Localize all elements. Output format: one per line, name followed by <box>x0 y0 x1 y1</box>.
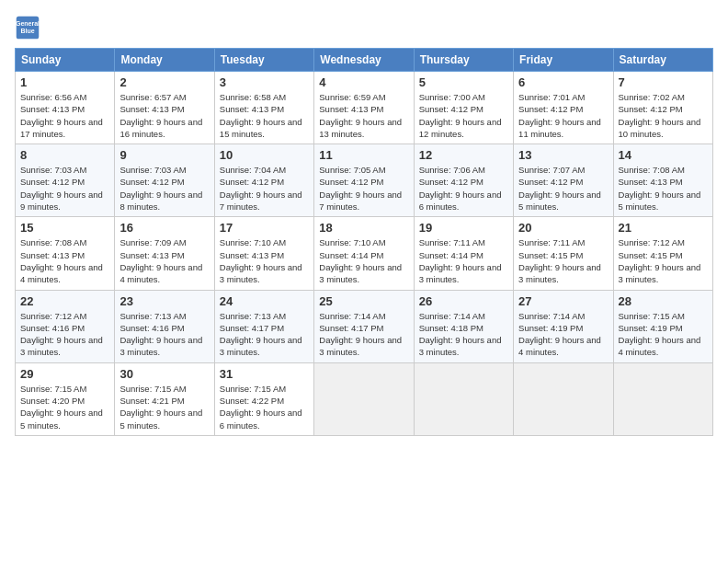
calendar-week-row: 1Sunrise: 6:56 AMSunset: 4:13 PMDaylight… <box>16 72 713 144</box>
day-info: Sunrise: 7:09 AMSunset: 4:13 PMDaylight:… <box>119 236 209 285</box>
calendar-cell: 30Sunrise: 7:15 AMSunset: 4:21 PMDayligh… <box>115 362 214 435</box>
day-info: Sunrise: 7:04 AMSunset: 4:12 PMDaylight:… <box>220 164 309 213</box>
day-number: 18 <box>319 221 408 235</box>
day-info: Sunrise: 7:11 AMSunset: 4:14 PMDaylight:… <box>419 236 508 285</box>
calendar-cell: 8Sunrise: 7:03 AMSunset: 4:12 PMDaylight… <box>16 144 115 217</box>
day-number: 30 <box>119 367 209 381</box>
day-of-week-thursday: Thursday <box>414 49 513 72</box>
day-info: Sunrise: 7:15 AMSunset: 4:21 PMDaylight:… <box>119 383 209 431</box>
day-info: Sunrise: 7:06 AMSunset: 4:12 PMDaylight:… <box>419 164 508 213</box>
calendar-cell <box>414 362 513 435</box>
calendar-cell: 2Sunrise: 6:57 AMSunset: 4:13 PMDaylight… <box>115 72 214 144</box>
day-info: Sunrise: 7:03 AMSunset: 4:12 PMDaylight:… <box>20 164 109 213</box>
calendar-cell: 31Sunrise: 7:15 AMSunset: 4:22 PMDayligh… <box>214 362 313 435</box>
day-number: 12 <box>419 148 508 162</box>
day-info: Sunrise: 7:12 AMSunset: 4:16 PMDaylight:… <box>20 310 109 359</box>
calendar-container: General Blue SundayMondayTuesdayWednesda… <box>0 0 728 443</box>
day-of-week-friday: Friday <box>514 49 613 72</box>
day-number: 16 <box>119 221 209 235</box>
day-info: Sunrise: 7:05 AMSunset: 4:12 PMDaylight:… <box>319 164 408 213</box>
day-number: 10 <box>220 148 309 162</box>
calendar-cell: 22Sunrise: 7:12 AMSunset: 4:16 PMDayligh… <box>16 290 115 362</box>
day-number: 23 <box>119 294 209 308</box>
calendar-week-row: 22Sunrise: 7:12 AMSunset: 4:16 PMDayligh… <box>16 290 713 362</box>
calendar-cell <box>314 362 414 435</box>
general-blue-logo-icon: General Blue <box>15 15 40 40</box>
logo: General Blue <box>15 15 44 40</box>
calendar-cell: 15Sunrise: 7:08 AMSunset: 4:13 PMDayligh… <box>16 217 115 290</box>
day-info: Sunrise: 7:02 AMSunset: 4:12 PMDaylight:… <box>619 91 708 140</box>
calendar-cell <box>514 362 613 435</box>
calendar-cell: 24Sunrise: 7:13 AMSunset: 4:17 PMDayligh… <box>214 290 313 362</box>
calendar-cell: 20Sunrise: 7:11 AMSunset: 4:15 PMDayligh… <box>514 217 613 290</box>
day-number: 21 <box>619 221 708 235</box>
day-number: 25 <box>319 294 408 308</box>
day-number: 13 <box>518 148 608 162</box>
calendar-header-row: SundayMondayTuesdayWednesdayThursdayFrid… <box>16 49 713 72</box>
calendar-cell: 6Sunrise: 7:01 AMSunset: 4:12 PMDaylight… <box>514 72 613 144</box>
calendar-cell: 28Sunrise: 7:15 AMSunset: 4:19 PMDayligh… <box>613 290 712 362</box>
calendar-cell: 18Sunrise: 7:10 AMSunset: 4:14 PMDayligh… <box>314 217 414 290</box>
day-info: Sunrise: 7:14 AMSunset: 4:19 PMDaylight:… <box>518 310 608 359</box>
day-info: Sunrise: 7:14 AMSunset: 4:18 PMDaylight:… <box>419 310 508 359</box>
day-number: 15 <box>20 221 109 235</box>
day-info: Sunrise: 7:00 AMSunset: 4:12 PMDaylight:… <box>419 91 508 140</box>
calendar-cell: 1Sunrise: 6:56 AMSunset: 4:13 PMDaylight… <box>16 72 115 144</box>
calendar-cell: 23Sunrise: 7:13 AMSunset: 4:16 PMDayligh… <box>115 290 214 362</box>
calendar-cell: 14Sunrise: 7:08 AMSunset: 4:13 PMDayligh… <box>613 144 712 217</box>
day-of-week-wednesday: Wednesday <box>314 49 414 72</box>
day-info: Sunrise: 7:08 AMSunset: 4:13 PMDaylight:… <box>619 164 708 213</box>
calendar-cell: 7Sunrise: 7:02 AMSunset: 4:12 PMDaylight… <box>613 72 712 144</box>
day-info: Sunrise: 7:15 AMSunset: 4:20 PMDaylight:… <box>20 383 109 431</box>
day-number: 17 <box>220 221 309 235</box>
day-number: 3 <box>220 75 309 89</box>
day-info: Sunrise: 7:13 AMSunset: 4:17 PMDaylight:… <box>220 310 309 359</box>
calendar-cell: 27Sunrise: 7:14 AMSunset: 4:19 PMDayligh… <box>514 290 613 362</box>
day-info: Sunrise: 6:58 AMSunset: 4:13 PMDaylight:… <box>220 91 309 140</box>
calendar-cell: 19Sunrise: 7:11 AMSunset: 4:14 PMDayligh… <box>414 217 513 290</box>
calendar-cell: 12Sunrise: 7:06 AMSunset: 4:12 PMDayligh… <box>414 144 513 217</box>
day-info: Sunrise: 6:59 AMSunset: 4:13 PMDaylight:… <box>319 91 408 140</box>
calendar-week-row: 8Sunrise: 7:03 AMSunset: 4:12 PMDaylight… <box>16 144 713 217</box>
day-number: 24 <box>220 294 309 308</box>
day-number: 9 <box>119 148 209 162</box>
day-of-week-sunday: Sunday <box>16 49 115 72</box>
calendar-cell: 26Sunrise: 7:14 AMSunset: 4:18 PMDayligh… <box>414 290 513 362</box>
day-info: Sunrise: 7:11 AMSunset: 4:15 PMDaylight:… <box>518 236 608 285</box>
calendar-week-row: 29Sunrise: 7:15 AMSunset: 4:20 PMDayligh… <box>16 362 713 435</box>
day-number: 22 <box>20 294 109 308</box>
calendar-table: SundayMondayTuesdayWednesdayThursdayFrid… <box>15 48 713 436</box>
day-number: 5 <box>419 75 508 89</box>
day-number: 20 <box>518 221 608 235</box>
day-number: 14 <box>619 148 708 162</box>
calendar-cell: 10Sunrise: 7:04 AMSunset: 4:12 PMDayligh… <box>214 144 313 217</box>
day-info: Sunrise: 7:12 AMSunset: 4:15 PMDaylight:… <box>619 236 708 285</box>
day-info: Sunrise: 7:08 AMSunset: 4:13 PMDaylight:… <box>20 236 109 285</box>
calendar-cell: 9Sunrise: 7:03 AMSunset: 4:12 PMDaylight… <box>115 144 214 217</box>
day-info: Sunrise: 7:03 AMSunset: 4:12 PMDaylight:… <box>119 164 209 213</box>
calendar-week-row: 15Sunrise: 7:08 AMSunset: 4:13 PMDayligh… <box>16 217 713 290</box>
day-number: 1 <box>20 75 109 89</box>
calendar-cell: 3Sunrise: 6:58 AMSunset: 4:13 PMDaylight… <box>214 72 313 144</box>
calendar-header: General Blue <box>15 15 713 40</box>
day-info: Sunrise: 7:15 AMSunset: 4:22 PMDaylight:… <box>220 383 309 431</box>
day-number: 28 <box>619 294 708 308</box>
calendar-cell <box>613 362 712 435</box>
day-number: 6 <box>518 75 608 89</box>
day-info: Sunrise: 7:10 AMSunset: 4:14 PMDaylight:… <box>319 236 408 285</box>
calendar-cell: 29Sunrise: 7:15 AMSunset: 4:20 PMDayligh… <box>16 362 115 435</box>
day-number: 19 <box>419 221 508 235</box>
day-info: Sunrise: 7:01 AMSunset: 4:12 PMDaylight:… <box>518 91 608 140</box>
calendar-cell: 5Sunrise: 7:00 AMSunset: 4:12 PMDaylight… <box>414 72 513 144</box>
calendar-cell: 17Sunrise: 7:10 AMSunset: 4:13 PMDayligh… <box>214 217 313 290</box>
day-number: 8 <box>20 148 109 162</box>
svg-text:General: General <box>16 20 40 27</box>
day-number: 27 <box>518 294 608 308</box>
calendar-cell: 25Sunrise: 7:14 AMSunset: 4:17 PMDayligh… <box>314 290 414 362</box>
day-of-week-tuesday: Tuesday <box>214 49 313 72</box>
calendar-cell: 4Sunrise: 6:59 AMSunset: 4:13 PMDaylight… <box>314 72 414 144</box>
day-number: 4 <box>319 75 408 89</box>
day-of-week-saturday: Saturday <box>613 49 712 72</box>
day-number: 11 <box>319 148 408 162</box>
day-info: Sunrise: 6:56 AMSunset: 4:13 PMDaylight:… <box>20 91 109 140</box>
